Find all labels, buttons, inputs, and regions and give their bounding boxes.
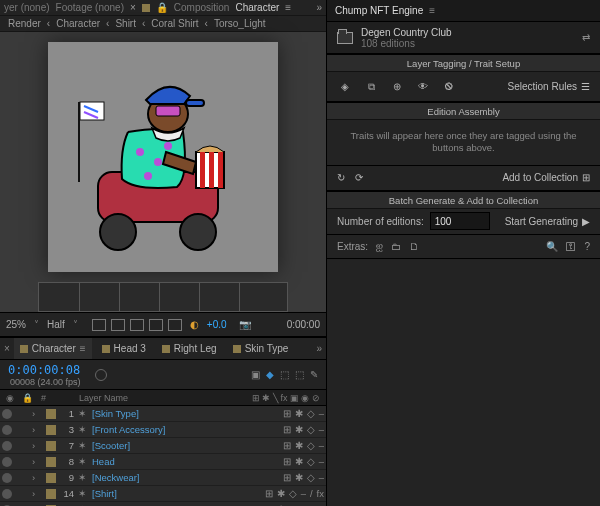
tag-icon[interactable]: ◈ [337, 79, 353, 95]
layer-row[interactable]: ›7✶[Scooter]⊞✱◇– [0, 438, 326, 454]
layer-name[interactable]: [Skin Type] [92, 408, 202, 419]
num-editions-input[interactable] [430, 212, 490, 230]
selection-rules-button[interactable]: Selection Rules ☰ [508, 81, 590, 92]
canvas[interactable] [48, 42, 278, 272]
chevron-right-icon[interactable]: › [32, 488, 42, 499]
color-label[interactable] [46, 441, 56, 451]
layer-name[interactable]: Head [92, 456, 202, 467]
composition-viewer[interactable]: 25% ˅ Half ˅ ◐ +0.0 📷 0:00:00 [0, 32, 326, 336]
visibility-toggle[interactable] [2, 457, 12, 467]
layer-row[interactable]: ›9✶[Neckwear]⊞✱◇– [0, 470, 326, 486]
menu-icon[interactable]: ≡ [80, 343, 86, 354]
layer-number: 14 [60, 488, 74, 499]
breadcrumb-item[interactable]: Character [56, 18, 100, 29]
layer-name[interactable]: [Front Accessory] [92, 424, 202, 435]
project-row[interactable]: Degen Country Club 108 editions ⇄ [327, 22, 600, 54]
breadcrumb-item[interactable]: Coral Shirt [151, 18, 198, 29]
expand-icon[interactable]: » [316, 2, 322, 13]
menu-icon[interactable]: ≡ [285, 2, 291, 13]
menu-icon[interactable]: ≡ [429, 5, 435, 16]
viewer-option-icon[interactable] [92, 319, 106, 331]
copy-icon[interactable]: ⧉ [363, 79, 379, 95]
layer-row[interactable]: ›15✶Legs⊞✱◇–/fx [0, 502, 326, 506]
viewer-option-icon[interactable] [111, 319, 125, 331]
regenerate-icon[interactable]: ⟳ [355, 172, 363, 183]
exposure-value[interactable]: +0.0 [207, 319, 227, 330]
layer-name[interactable]: [Scooter] [92, 440, 202, 451]
chevron-right-icon[interactable]: › [32, 456, 42, 467]
composition-name[interactable]: Character [235, 2, 279, 13]
layer-name[interactable]: [Neckwear] [92, 472, 202, 483]
timeline-option-icon[interactable]: ▣ [251, 369, 260, 380]
work-area-bar[interactable] [38, 282, 288, 312]
timeline-option-icon[interactable]: ◆ [266, 369, 274, 380]
timeline-option-icon[interactable]: ✎ [310, 369, 318, 380]
lock-icon[interactable]: 🛇 [441, 79, 457, 95]
layer-row[interactable]: ›3✶[Front Accessory]⊞✱◇– [0, 422, 326, 438]
color-label[interactable] [46, 425, 56, 435]
breadcrumb-item[interactable]: Torso_Light [214, 18, 266, 29]
visibility-icon[interactable]: 👁 [415, 79, 431, 95]
lock-header-icon[interactable]: 🔒 [22, 393, 33, 403]
chevron-right-icon[interactable]: › [32, 408, 42, 419]
color-label[interactable] [46, 473, 56, 483]
visibility-toggle[interactable] [2, 425, 12, 435]
options-icon[interactable]: ⇄ [582, 32, 590, 43]
expand-icon[interactable]: » [316, 343, 322, 354]
folder-icon[interactable]: 🗀 [391, 241, 401, 252]
viewer-option-icon[interactable]: ◐ [190, 319, 199, 330]
search-icon[interactable]: 🔍 [546, 241, 558, 252]
visibility-toggle[interactable] [2, 473, 12, 483]
add-to-collection-button[interactable]: Add to Collection ⊞ [502, 172, 590, 183]
extras-icon[interactable]: ஐ [376, 240, 383, 252]
close-icon[interactable]: × [130, 2, 136, 13]
chevron-right-icon[interactable]: › [32, 424, 42, 435]
color-label[interactable] [46, 457, 56, 467]
chevron-right-icon[interactable]: › [32, 440, 42, 451]
visibility-toggle[interactable] [2, 409, 12, 419]
eye-icon[interactable]: ◉ [6, 393, 14, 403]
link-icon[interactable]: ⊕ [389, 79, 405, 95]
tab-skintype[interactable]: Skin Type [227, 338, 295, 359]
chevron-right-icon[interactable]: › [32, 472, 42, 483]
chevron-down-icon[interactable]: ˅ [34, 319, 39, 330]
key-icon[interactable]: ⚿ [566, 241, 576, 252]
num-editions-label: Number of editions: [337, 216, 424, 227]
help-icon[interactable]: ? [584, 241, 590, 252]
viewer-option-icon[interactable] [149, 319, 163, 331]
breadcrumb-render[interactable]: Render [8, 18, 41, 29]
tab-rightleg[interactable]: Right Leg [156, 338, 223, 359]
refresh-icon[interactable]: ↻ [337, 172, 345, 183]
section-tagging-header: Layer Tagging / Trait Setup [327, 54, 600, 72]
time-display[interactable]: 0:00:00 [287, 319, 320, 330]
lock-icon[interactable]: 🔒 [156, 2, 168, 13]
layer-row[interactable]: ›1✶[Skin Type]⊞✱◇– [0, 406, 326, 422]
timeline-option-icon[interactable]: ⬚ [295, 369, 304, 380]
timecode[interactable]: 0:00:00:08 [8, 363, 81, 377]
camera-icon[interactable]: 📷 [239, 319, 251, 330]
layer-number: 3 [60, 424, 74, 435]
search-icon[interactable] [95, 369, 107, 381]
zoom-dropdown[interactable]: 25% [6, 319, 26, 330]
visibility-toggle[interactable] [2, 489, 12, 499]
breadcrumb-item[interactable]: Shirt [115, 18, 136, 29]
start-generating-button[interactable]: Start Generating ▶ [505, 216, 590, 227]
layer-row[interactable]: ›14✶[Shirt]⊞✱◇–/fx [0, 486, 326, 502]
layer-row[interactable]: ›8✶Head⊞✱◇– [0, 454, 326, 470]
color-label[interactable] [46, 409, 56, 419]
close-icon[interactable]: × [4, 343, 10, 354]
resolution-dropdown[interactable]: Half [47, 319, 65, 330]
file-icon[interactable]: 🗋 [409, 241, 419, 252]
chevron-down-icon[interactable]: ˅ [73, 319, 78, 330]
breadcrumb: Render ‹ Character ‹ Shirt ‹ Coral Shirt… [0, 16, 326, 32]
layers-list: ›1✶[Skin Type]⊞✱◇–›3✶[Front Accessory]⊞✱… [0, 406, 326, 506]
tab-character[interactable]: Character≡ [14, 338, 92, 359]
layer-name[interactable]: [Shirt] [92, 488, 202, 499]
viewer-option-icon[interactable] [168, 319, 182, 331]
viewer-option-icon[interactable] [130, 319, 144, 331]
timeline-option-icon[interactable]: ⬚ [280, 369, 289, 380]
visibility-toggle[interactable] [2, 441, 12, 451]
play-icon: ▶ [582, 216, 590, 227]
tab-head3[interactable]: Head 3 [96, 338, 152, 359]
color-label[interactable] [46, 489, 56, 499]
